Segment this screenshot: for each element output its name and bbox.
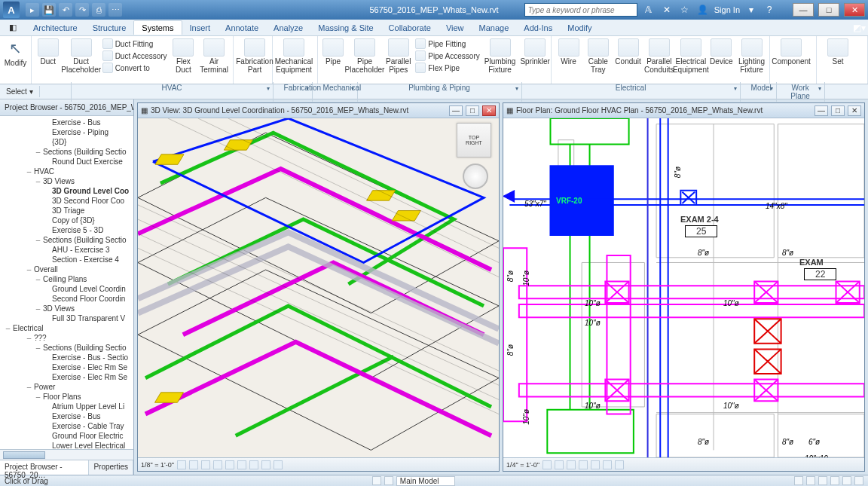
tab-add-ins[interactable]: Add-Ins [516,21,560,35]
status-icon[interactable] [372,476,381,485]
modify-button[interactable]: ↖ Modify [3,38,28,67]
fabrication-part-button[interactable]: Fabrication Part [237,38,273,75]
foot-icon[interactable] [591,460,600,469]
duct-fitting-button[interactable]: Duct Fitting [101,38,169,50]
project-browser-title[interactable]: Project Browser - 56750_2016_MEP_W… × [0,99,133,116]
scrollbar-thumb[interactable] [3,451,45,459]
tree-item[interactable]: Exercise - Bus [2,411,132,421]
panel-title-mechanical[interactable]: Mechanical▾ [313,82,358,102]
panel-title-work-plane[interactable]: Work Plane▾ [777,82,825,102]
view-3d-titlebar[interactable]: ▦ 3D View: 3D Ground Level Coordination … [138,103,499,118]
view-scale[interactable]: 1/8" = 1'-0" [141,461,174,469]
foot-icon[interactable] [201,460,210,469]
plumbing-fixture-button[interactable]: Plumbing Fixture [483,38,518,75]
tree-item[interactable]: –Sections (Building Sectio [2,343,132,353]
foot-icon[interactable] [567,460,576,469]
wire-button[interactable]: Wire [555,38,582,66]
foot-icon[interactable] [555,460,564,469]
viewcube[interactable]: TOPRIGHT [457,123,491,157]
view-close-button[interactable]: ✕ [848,105,861,116]
tab-massing-site[interactable]: Massing & Site [310,21,381,35]
qat-undo-icon[interactable]: ↶ [59,3,72,17]
elec-eq-button[interactable]: Electrical Equipment [676,38,706,75]
view-minimize-button[interactable]: — [449,105,463,116]
tree-item[interactable]: 3D Triage [2,206,132,215]
tree-item[interactable]: Exercise - Elec Rm Se [2,362,132,372]
flex-pipe-button[interactable]: Flex Pipe [414,62,481,74]
parallel-pipes-button[interactable]: Parallel Pipes [384,38,412,75]
tree-item[interactable]: –Sections (Building Sectio [2,235,132,245]
tab-analyze[interactable]: Analyze [266,21,310,35]
tree-item[interactable]: Atrium Upper Level Li [2,402,132,411]
exchange-icon[interactable]: ✕ [660,3,674,17]
foot-icon[interactable] [177,460,186,469]
conduit-button[interactable]: Conduit [613,38,642,66]
qat-print-icon[interactable]: ⎙ [92,3,105,17]
status-icon[interactable] [818,476,827,485]
device-button[interactable]: Device [708,38,735,66]
foot-icon[interactable] [579,460,588,469]
foot-icon[interactable] [189,460,198,469]
tree-item[interactable]: Copy of {3D} [2,215,132,225]
favorite-icon[interactable]: ☆ [678,3,692,17]
cable-tray-button[interactable]: Cable Tray [584,38,612,75]
view-close-button[interactable]: ✕ [482,105,496,116]
panel-title-electrical[interactable]: Electrical▾ [522,82,741,102]
foot-icon[interactable] [213,460,222,469]
qat-open-icon[interactable]: ▸ [26,3,39,17]
status-icon[interactable] [830,476,839,485]
panel-title-select[interactable] [40,82,72,102]
app-logo[interactable]: A [3,2,20,18]
mechanical-equipment-button[interactable]: Mechanical Equipment [276,38,312,75]
tree-item[interactable]: AHU - Exercise 3 [2,245,132,255]
view-minimize-button[interactable]: — [815,105,828,116]
duct-button[interactable]: Duct [35,38,62,66]
panel-title-plumbing-piping[interactable]: Plumbing & Piping▾ [358,82,522,102]
tree-item[interactable]: Ground Level Coordin [2,284,132,294]
workset-combo[interactable]: Main Model [396,476,455,486]
light-button[interactable]: Lighting Fixture [737,38,766,75]
project-browser-tree[interactable]: Exercise - BusExercise - Piping{3D}–Sect… [0,116,133,449]
view-maximize-button[interactable]: □ [466,105,479,116]
foot-icon[interactable] [615,460,624,469]
tab-project-browser[interactable]: Project Browser - 56750_20… [0,460,89,475]
panel-title-model[interactable]: Model▾ [741,82,777,102]
tree-item[interactable]: –Floor Plans [2,392,132,402]
tree-item[interactable]: –Power [2,382,132,392]
minimize-button[interactable]: — [793,3,814,17]
view-plan-titlebar[interactable]: ▦ Floor Plan: Ground Floor HVAC Plan - 5… [503,103,864,118]
qat-save-icon[interactable]: 💾 [42,3,56,17]
view-scale[interactable]: 1/4" = 1'-0" [506,461,539,469]
tree-item[interactable]: Full 3D Transparent V [2,313,132,323]
tree-item[interactable]: –Ceiling Plans [2,274,132,284]
tree-item[interactable]: –Overall [2,264,132,274]
view-plan-canvas[interactable]: EXAM 2-425EXAM22EXAM 3-426EXAM 3-32753"x… [503,118,864,457]
set-workplane-button[interactable]: Set [820,38,856,66]
tree-item[interactable]: 3D Ground Level Coo [2,186,132,196]
tree-item[interactable]: –3D Views [2,176,132,186]
panel-title-hvac[interactable]: HVAC▾ [72,82,274,102]
pipe-accessory-button[interactable]: Pipe Accessory [414,50,481,62]
tree-item[interactable]: Exercise - Cable Tray [2,421,132,431]
foot-icon[interactable] [542,460,552,469]
user-icon[interactable]: 👤 [696,3,710,17]
view-maximize-button[interactable]: □ [831,105,845,116]
foot-icon[interactable] [274,460,283,469]
status-icon[interactable] [794,476,803,485]
tree-item[interactable]: Round Duct Exercise [2,157,132,167]
tree-item[interactable]: Lower Level Electrical [2,441,132,449]
tree-item[interactable]: –3D Views [2,304,132,313]
maximize-button[interactable]: □ [818,3,839,17]
pipe-button[interactable]: Pipe [321,38,345,66]
horizontal-scrollbar[interactable] [0,449,133,460]
pipe-placeholder-button[interactable]: Pipe Placeholder [347,38,383,75]
tab-properties[interactable]: Properties [89,460,133,475]
help-icon[interactable]: ? [763,3,776,17]
subscription-icon[interactable]: 𝔸 [642,3,656,17]
duct-placeholder-button[interactable]: Duct Placeholder [63,38,99,75]
tab-collaborate[interactable]: Collaborate [381,21,439,35]
par-cond-button[interactable]: Parallel Conduits [644,38,674,75]
qat-more-icon[interactable]: ⋯ [108,3,122,17]
flex-duct-button[interactable]: Flex Duct [170,38,197,75]
air-terminal-button[interactable]: Air Terminal [198,38,230,75]
